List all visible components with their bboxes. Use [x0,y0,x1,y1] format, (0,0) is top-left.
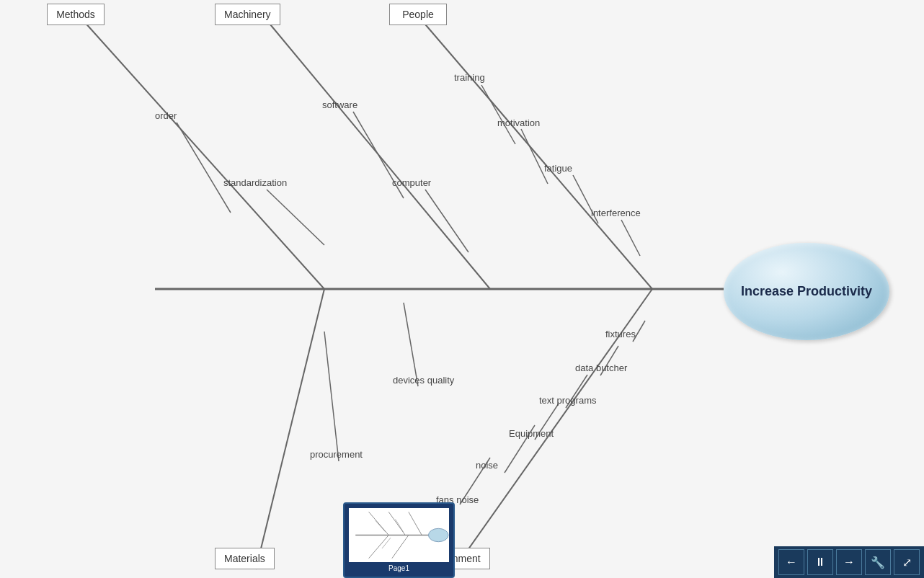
label-computer: computer [392,177,432,188]
label-text-programs: text programs [539,395,597,406]
svg-line-26 [409,512,422,535]
label-interference: interference [591,208,641,218]
people-box[interactable]: People [389,4,447,25]
svg-line-6 [425,190,468,252]
label-training: training [454,72,485,83]
label-noise: noise [476,460,498,471]
next-button[interactable]: → [836,549,862,575]
svg-line-11 [621,220,640,256]
svg-line-1 [83,20,324,289]
diagram-canvas: order standardization software computer … [0,0,924,578]
svg-line-25 [388,512,405,535]
svg-line-28 [392,535,409,559]
label-equipment: Equipment [509,428,554,439]
settings-icon: 🔧 [871,556,885,569]
svg-line-3 [267,190,324,245]
svg-line-8 [481,85,515,144]
label-fatigue: fatigue [544,163,572,174]
svg-line-31 [382,538,391,548]
svg-line-30 [395,519,403,531]
svg-point-23 [428,528,448,541]
methods-box[interactable]: Methods [47,4,105,25]
label-procurement: procurement [310,449,363,460]
svg-line-24 [369,512,389,535]
thumbnail-preview[interactable] [349,508,449,562]
settings-button[interactable]: 🔧 [865,549,891,575]
toolbar: ← ⏸ → 🔧 ⤢ [774,546,924,578]
svg-line-2 [177,123,231,213]
label-data-butcher: data butcher [575,363,628,373]
pause-button[interactable]: ⏸ [807,549,833,575]
materials-box[interactable]: Materials [215,548,275,569]
fullscreen-button[interactable]: ⤢ [894,549,920,575]
svg-line-27 [369,535,389,559]
label-motivation: motivation [497,117,540,128]
label-devices-quality: devices quality [393,375,455,386]
machinery-box[interactable]: Machinery [215,4,280,25]
svg-line-13 [324,332,339,461]
thumbnail-label: Page1 [349,564,449,572]
label-order: order [155,110,177,121]
svg-line-9 [521,129,548,184]
label-software: software [322,99,357,110]
effect-ellipse[interactable]: Increase Productivity [724,243,889,340]
label-fixtures: fixtures [605,329,636,339]
fullscreen-icon: ⤢ [902,556,912,569]
svg-line-14 [404,303,418,386]
svg-line-12 [256,289,324,569]
prev-button[interactable]: ← [778,549,804,575]
label-standardization: standardization [223,177,287,188]
thumbnail-panel: Page1 [343,502,455,578]
svg-line-29 [376,520,386,532]
